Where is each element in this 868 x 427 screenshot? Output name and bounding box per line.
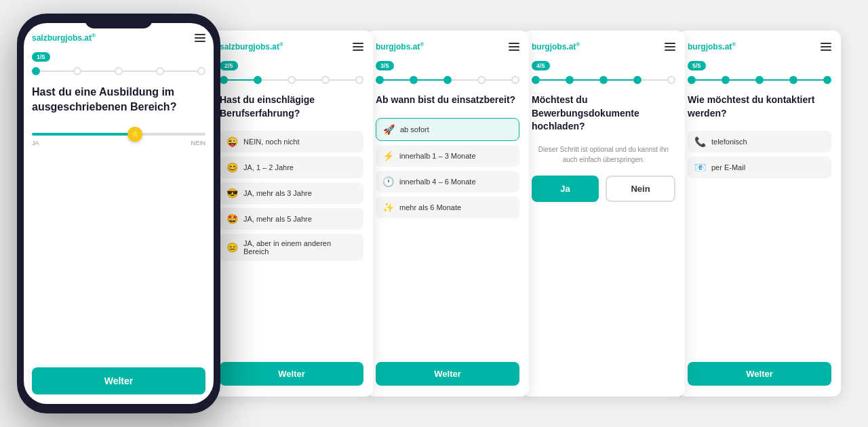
option-icon-2-1: 😜: [226, 136, 238, 147]
line3-1: [123, 70, 156, 72]
option-5-2[interactable]: 📧 per E-Mail: [688, 157, 831, 178]
dot3-4: [599, 76, 608, 84]
option-3-3[interactable]: 🕐 innerhalb 4 – 6 Monate: [376, 171, 519, 192]
line2-4: [574, 79, 599, 81]
option-3-1[interactable]: 🚀 ab sofort: [376, 118, 519, 141]
dot5-4: [667, 76, 675, 84]
phone-device: salzburgjobs.at® 1/5: [17, 14, 220, 413]
option-label-2-1: NEIN, noch nicht: [243, 138, 300, 146]
line1-5: [696, 79, 722, 81]
dot4-5: [789, 76, 797, 84]
dot5-1: [197, 67, 205, 75]
step-badge-5: 5/5: [688, 61, 706, 70]
question-5: Wie möchtest du kontaktiert werden?: [688, 94, 831, 120]
action-btns-4: Ja Nein: [532, 176, 675, 202]
line1-1: [40, 70, 73, 72]
option-2-2[interactable]: 😊 JA, 1 – 2 Jahre: [220, 157, 363, 178]
dot1-4: [532, 76, 540, 84]
card-4: burgjobs.at® 4/5: [522, 30, 685, 396]
option-label-5-1: telefonisch: [711, 138, 747, 146]
hamburger-icon-5[interactable]: [821, 43, 831, 51]
option-icon-5-2: 📧: [694, 162, 706, 173]
option-label-2-3: JA, mehr als 3 Jahre: [243, 189, 312, 197]
step-badge-3: 3/5: [376, 61, 394, 70]
line3-3: [452, 79, 477, 81]
logo-4: burgjobs.at®: [532, 41, 580, 52]
option-label-2-4: JA, mehr als 5 Jahre: [243, 215, 312, 223]
option-label-2-2: JA, 1 – 2 Jahre: [243, 163, 294, 171]
option-icon-3-4: ✨: [382, 202, 394, 213]
dot2: [254, 76, 262, 84]
option-icon-5-1: 📞: [694, 136, 706, 147]
option-label-3-1: ab sofort: [400, 125, 429, 134]
welter-btn-3[interactable]: Welter: [376, 362, 519, 386]
progress-5: 5/5: [688, 58, 831, 84]
line4-5: [797, 79, 823, 81]
welter-btn-2[interactable]: Welter: [220, 362, 363, 386]
options-list-3: 🚀 ab sofort ⚡ innerhalb 1 – 3 Monate 🕐 i…: [376, 118, 519, 222]
dot1-1: [32, 67, 40, 75]
header-2: salzburgjobs.at®: [220, 41, 363, 52]
question-3: Ab wann bist du einsatzbereit?: [376, 94, 519, 107]
dot1-5: [688, 76, 696, 84]
line4-4: [642, 79, 667, 81]
option-label-3-4: mehr als 6 Monate: [399, 203, 461, 211]
options-list-2: 😜 NEIN, noch nicht 😊 JA, 1 – 2 Jahre 😎 J…: [220, 131, 363, 265]
option-5-1[interactable]: 📞 telefonisch: [688, 131, 831, 152]
option-3-2[interactable]: ⚡ innerhalb 1 – 3 Monate: [376, 145, 519, 167]
option-2-5[interactable]: 😑 JA, aber in einem anderen Bereich: [220, 234, 363, 261]
slider-track-1: ⭐: [32, 133, 205, 136]
question-2: Hast du einschlägige Berufserfahrung?: [220, 94, 363, 120]
option-label-3-2: innerhalb 1 – 3 Monate: [399, 152, 476, 160]
option-label-3-3: innerhalb 4 – 6 Monate: [399, 178, 476, 186]
dot2-4: [566, 76, 574, 84]
nein-btn-4[interactable]: Nein: [606, 176, 675, 202]
header-1: salzburgjobs.at®: [32, 33, 205, 43]
option-2-3[interactable]: 😎 JA, mehr als 3 Jahre: [220, 182, 363, 204]
hamburger-icon-4[interactable]: [665, 43, 675, 51]
option-icon-2-5: 😑: [226, 242, 238, 253]
line2-1: [81, 70, 115, 72]
slider-section-1: ⭐ JA NEIN: [32, 133, 205, 146]
logo-3: burgjobs.at®: [376, 41, 424, 52]
line1: [228, 79, 254, 81]
line4: [330, 79, 355, 81]
progress-3: 3/5: [376, 58, 519, 84]
dot3-3: [443, 76, 452, 84]
logo-5: burgjobs.at®: [688, 41, 736, 52]
card-3: burgjobs.at® 3/5: [366, 30, 529, 396]
hamburger-icon-1[interactable]: [195, 34, 205, 42]
header-4: burgjobs.at®: [532, 41, 675, 52]
option-2-4[interactable]: 🤩 JA, mehr als 5 Jahre: [220, 208, 363, 230]
line3-5: [764, 79, 789, 81]
phone-body: salzburgjobs.at® 1/5: [17, 14, 220, 413]
option-3-4[interactable]: ✨ mehr als 6 Monate: [376, 197, 519, 218]
line3-4: [608, 79, 633, 81]
line2: [262, 79, 288, 81]
dot2-5: [722, 76, 730, 84]
optional-text-4: Dieser Schritt ist optional und du kanns…: [532, 144, 675, 165]
dot4-3: [477, 76, 486, 84]
header-5: burgjobs.at®: [688, 41, 831, 52]
ja-btn-4[interactable]: Ja: [532, 176, 599, 202]
line4-3: [486, 79, 511, 81]
option-2-1[interactable]: 😜 NEIN, noch nicht: [220, 131, 363, 152]
slider-thumb-1[interactable]: ⭐: [127, 127, 142, 142]
options-list-5: 📞 telefonisch 📧 per E-Mail: [688, 131, 831, 182]
dot3-5: [755, 76, 764, 84]
dot5-5: [823, 76, 831, 84]
progress-4: 4/5: [532, 58, 675, 84]
welter-btn-5[interactable]: Welter: [688, 362, 831, 386]
dot2-3: [410, 76, 418, 84]
dot1-3: [376, 76, 384, 84]
step-badge-2: 2/5: [220, 61, 238, 70]
dot4-4: [633, 76, 642, 84]
hamburger-icon-2[interactable]: [353, 43, 363, 51]
phone-screen: salzburgjobs.at® 1/5: [24, 23, 214, 404]
dot1: [220, 76, 228, 84]
scene: salzburgjobs.at® 2/5: [0, 0, 868, 427]
welter-btn-1[interactable]: Welter: [32, 367, 205, 394]
cards-container: salzburgjobs.at® 2/5: [0, 0, 868, 427]
line4-1: [164, 70, 197, 72]
hamburger-icon-3[interactable]: [509, 43, 519, 51]
